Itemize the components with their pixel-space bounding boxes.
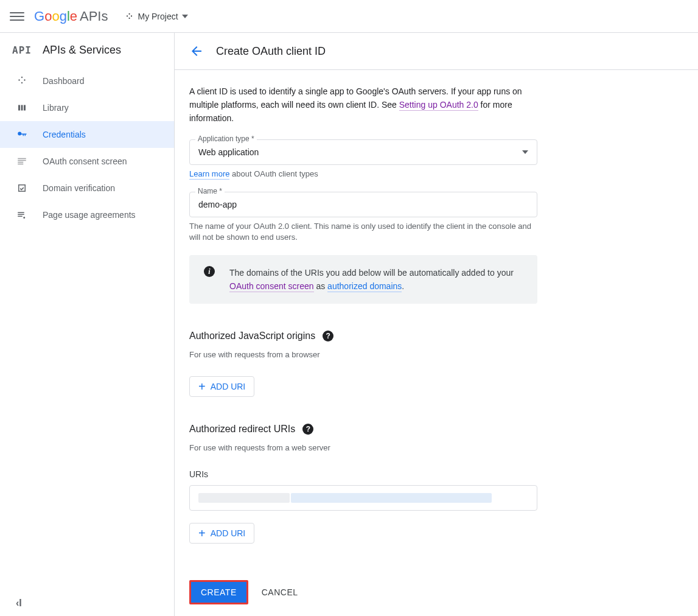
dashboard-icon [16,75,28,86]
info-icon: i [204,266,215,277]
api-badge-icon: API [12,44,32,56]
key-icon [16,129,28,140]
plus-icon: + [198,382,206,391]
js-origins-title: Authorized JavaScript origins ? [189,331,537,341]
sidebar-title: APIs & Services [43,44,121,57]
sidebar-item-page-usage[interactable]: Page usage agreements [0,201,174,228]
application-type-select[interactable]: Web application [189,139,537,165]
app-type-label: Application type * [195,135,257,143]
project-dots-icon: ⁘ [125,10,134,23]
consent-screen-icon [16,156,28,167]
domain-check-icon [16,183,28,194]
add-uri-button-redirect[interactable]: + ADD URI [189,523,254,544]
intro-text: A client ID is used to identify a single… [189,85,537,125]
google-logo[interactable]: Google [34,9,77,24]
uris-label: URIs [189,469,537,479]
sidebar-item-library[interactable]: Library [0,94,174,121]
sidebar-item-label: Domain verification [43,183,115,193]
redirect-uris-title: Authorized redirect URIs ? [189,424,537,435]
help-icon[interactable]: ? [323,331,333,341]
app-type-value: Web application [198,147,259,157]
app-type-helper: Learn more about OAuth client types [189,169,537,180]
info-banner-text: The domains of the URIs you add below wi… [229,266,523,293]
sidebar-item-label: Library [43,103,69,113]
page-title: Create OAuth client ID [216,45,326,58]
uri-input[interactable] [189,485,537,511]
sidebar-item-credentials[interactable]: Credentials [0,121,174,148]
name-input[interactable] [189,192,537,217]
sidebar-item-label: Dashboard [43,76,85,86]
learn-more-link[interactable]: Learn more [189,169,229,180]
sidebar-item-label: Credentials [43,130,86,139]
back-arrow-icon[interactable] [189,44,204,58]
dropdown-arrow-icon [182,15,188,18]
collapse-sidebar-icon[interactable]: ‹I [16,598,22,609]
help-icon[interactable]: ? [302,424,313,435]
sidebar-item-dashboard[interactable]: Dashboard [0,68,174,94]
setting-up-oauth-link[interactable]: Setting up OAuth 2.0 [399,100,478,111]
cancel-button[interactable]: CANCEL [262,587,298,597]
project-name: My Project [138,12,178,21]
application-type-field: Application type * Web application [189,139,537,165]
sidebar-item-label: Page usage agreements [43,210,136,220]
name-label: Name * [195,187,225,195]
action-row: CREATE CANCEL [189,580,537,604]
sidebar-item-domain-verification[interactable]: Domain verification [0,175,174,201]
plus-icon: + [198,529,206,537]
sidebar: API APIs & Services Dashboard Library Cr… [0,33,175,616]
name-field-wrapper: Name * [189,192,537,217]
agreements-icon [16,209,28,220]
library-icon [16,102,28,113]
redacted-uri-part [198,493,290,503]
oauth-consent-link[interactable]: OAuth consent screen [229,281,314,292]
main-header: Create OAuth client ID [175,33,698,70]
apis-logo-text: APIs [80,9,108,24]
sidebar-item-label: OAuth consent screen [43,156,127,166]
top-header: Google APIs ⁘ My Project [0,0,698,33]
redacted-uri-part [291,493,492,503]
authorized-domains-link[interactable]: authorized domains [327,281,402,292]
chevron-down-icon [522,150,528,154]
main-content: Create OAuth client ID A client ID is us… [175,33,698,616]
js-origins-desc: For use with requests from a browser [189,350,537,359]
redirect-uris-desc: For use with requests from a web server [189,443,537,452]
name-helper: The name of your OAuth 2.0 client. This … [189,221,537,243]
project-selector[interactable]: ⁘ My Project [120,6,192,27]
create-button[interactable]: CREATE [189,580,248,604]
add-uri-button-js[interactable]: + ADD URI [189,376,254,397]
sidebar-item-oauth-consent[interactable]: OAuth consent screen [0,148,174,175]
sidebar-header: API APIs & Services [0,33,174,68]
info-banner: i The domains of the URIs you add below … [189,255,537,304]
menu-icon[interactable] [10,9,24,24]
